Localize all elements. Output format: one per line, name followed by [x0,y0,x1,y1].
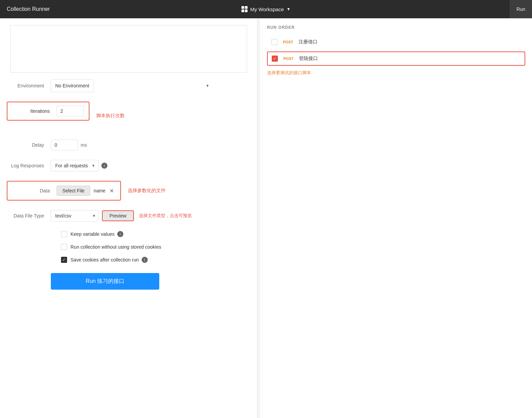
file-name-text: name [94,188,105,193]
select-hint: 选择要测试的接口脚本 [267,70,525,76]
data-label: Data [13,188,57,193]
collection-box [10,25,247,72]
log-responses-row: Log Responses For all requests i [7,160,250,171]
data-file-type-row: Data File Type text/csv application/json… [7,210,250,222]
data-annotation: 选择参数化的文件 [128,188,166,194]
file-name-area: name ✕ [94,188,115,194]
request-method-2: POST [281,56,295,61]
request-checkbox-2[interactable] [272,56,278,62]
workspace-dropdown-icon: ▼ [287,7,291,12]
run-without-cookies-label: Run collection without using stored cook… [70,244,161,250]
run-without-cookies-checkbox[interactable] [61,244,67,250]
delay-label: Delay [7,142,51,148]
data-file-type-select[interactable]: text/csv application/json [51,210,99,222]
select-file-button[interactable]: Select File [57,186,90,196]
request-method-1: POST [281,39,295,45]
log-responses-select-wrapper: For all requests [51,160,99,171]
data-file-type-label: Data File Type [7,213,51,218]
run-order-title: RUN ORDER [267,25,525,30]
iterations-annotation: 脚本执行次数 [96,113,125,119]
keep-variable-row: Keep variable values i [7,231,250,237]
save-cookies-label: Save cookies after collection run [70,257,139,263]
iterations-label: Iterations [13,108,57,114]
save-cookies-info-icon[interactable]: i [142,257,148,263]
header: Collection Runner My Workspace ▼ Run [0,0,532,18]
left-panel: Environment No Environment Iterations 脚本… [0,18,258,418]
workspace-grid-icon [242,6,248,12]
keep-variable-label: Keep variable values [70,231,115,237]
header-run-button[interactable]: Run [510,0,532,18]
run-button-wrapper: Run 练习的接口 [7,273,250,290]
environment-row: Environment No Environment [7,79,250,92]
file-type-annotation: 选择文件类型，点击可预览 [139,213,192,219]
run-collection-button[interactable]: Run 练习的接口 [51,273,159,290]
keep-variable-checkbox[interactable] [61,231,67,237]
iterations-input[interactable] [57,106,84,117]
preview-button[interactable]: Preview [102,210,134,221]
log-responses-select[interactable]: For all requests [51,160,99,171]
save-cookies-checkbox[interactable] [61,257,67,263]
data-file-type-select-wrapper: text/csv application/json [51,210,99,222]
data-box: Data Select File name ✕ [7,181,121,201]
main-container: Environment No Environment Iterations 脚本… [0,18,532,418]
request-item-1[interactable]: POST 注册借口 [267,35,525,49]
data-row-wrapper: Data Select File name ✕ 选择参数化的文件 [7,181,250,201]
iterations-box: Iterations [7,102,89,121]
delay-unit: ms [81,142,87,148]
save-cookies-row: Save cookies after collection run i [7,257,250,263]
workspace-name: My Workspace [250,6,284,12]
environment-select[interactable]: No Environment [51,79,94,92]
vertical-divider [258,18,260,418]
file-clear-button[interactable]: ✕ [108,188,115,194]
right-panel: RUN ORDER POST 注册借口 POST 登陆接口 选择要测试的接口脚本 [260,18,532,418]
run-without-cookies-row: Run collection without using stored cook… [7,244,250,250]
app-title: Collection Runner [7,6,50,12]
keep-variable-info-icon[interactable]: i [117,231,123,237]
delay-row: Delay ms [7,140,250,150]
environment-label: Environment [7,83,51,88]
delay-input[interactable] [51,140,78,150]
form-wrapper: Environment No Environment Iterations 脚本… [0,79,257,310]
workspace-selector[interactable]: My Workspace ▼ [242,6,291,12]
log-responses-info-icon[interactable]: i [101,163,107,169]
request-checkbox-1[interactable] [271,39,278,45]
request-name-1: 注册借口 [299,39,318,45]
request-item-2[interactable]: POST 登陆接口 [267,51,525,66]
iterations-row-wrapper: Iterations 脚本执行次数 [7,102,250,130]
environment-select-wrapper: No Environment [51,79,213,92]
request-name-2: 登陆接口 [299,56,318,62]
log-responses-label: Log Responses [7,163,51,168]
